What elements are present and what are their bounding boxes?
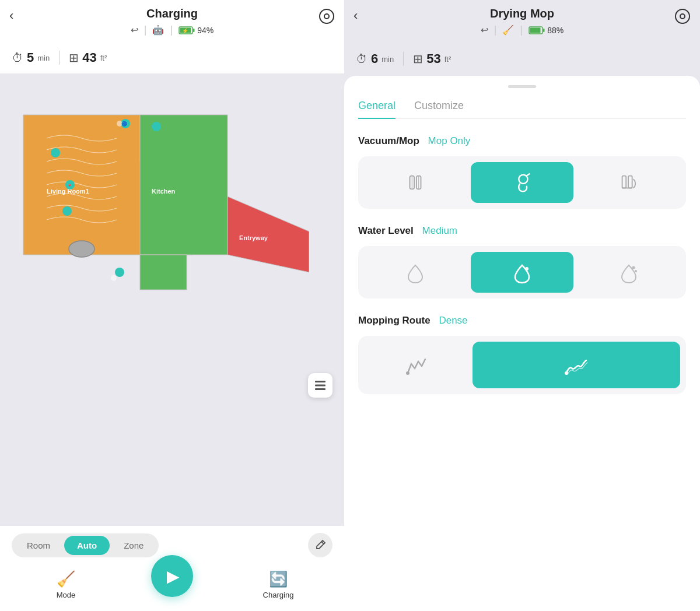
mode-selector: Room Auto Zone xyxy=(12,533,332,557)
nav-charging[interactable]: 🔄 Charging xyxy=(255,570,302,599)
svg-point-36 xyxy=(519,175,527,184)
right-battery: 88% xyxy=(528,26,564,35)
svg-point-13 xyxy=(69,241,94,257)
svg-text:Kitchen: Kitchen xyxy=(152,188,176,195)
vacuum-mop-label: Vacuum/Mop Mop Only xyxy=(358,135,686,147)
left-stats-row: ⏱ 5 min ⊞ 43 ft² xyxy=(0,42,344,74)
battery-icon-right xyxy=(528,26,545,34)
route-standard-icon xyxy=(403,352,429,378)
sheet-tabs: General Customize xyxy=(358,100,686,119)
left-header: ‹ Charging ↩ | 🤖 | ⚡ 94% xyxy=(0,0,344,42)
stats-divider-left xyxy=(59,51,60,65)
tab-general[interactable]: General xyxy=(358,100,396,119)
settings-icon-right xyxy=(674,8,691,24)
right-area-stat: ⊞ 53 ft² xyxy=(413,51,451,66)
mode-tabs: Room Auto Zone xyxy=(12,533,159,557)
right-time-value: 6 xyxy=(371,51,378,66)
svg-point-17 xyxy=(51,148,60,157)
left-map-area[interactable]: Living Room1 Kitchen Entryway 🔵 📍 xyxy=(0,74,344,526)
clock-icon-left: ⏱ xyxy=(12,51,23,65)
vacuum-mop-combo-icon xyxy=(618,171,640,194)
svg-rect-24 xyxy=(315,381,326,382)
right-back-button[interactable]: ‹ xyxy=(354,8,358,23)
nav-mode[interactable]: 🧹 Mode xyxy=(43,570,89,599)
left-time-unit: min xyxy=(37,54,50,62)
left-area-stat: ⊞ 43 ft² xyxy=(69,50,107,65)
water-medium-icon xyxy=(512,261,533,284)
right-time-stat: ⏱ 6 min xyxy=(356,51,394,66)
mop-only-btn[interactable] xyxy=(471,162,573,203)
svg-point-16 xyxy=(152,122,161,131)
floor-map: Living Room1 Kitchen Entryway 🔵 📍 xyxy=(12,92,309,336)
svg-point-46 xyxy=(565,371,568,375)
left-battery-label: 94% xyxy=(197,26,214,35)
tab-customize[interactable]: Customize xyxy=(414,100,464,119)
sep2: | xyxy=(170,24,173,36)
vacuum-mop-btn[interactable] xyxy=(578,162,680,203)
right-area-unit: ft² xyxy=(444,55,452,64)
sep4: | xyxy=(520,24,523,36)
svg-rect-26 xyxy=(315,388,326,390)
left-battery: ⚡ 94% xyxy=(178,26,214,35)
return-icon-right: ↩ xyxy=(481,24,488,36)
svg-rect-9 xyxy=(140,255,187,290)
water-level-label: Water Level Medium xyxy=(358,225,686,237)
return-icon: ↩ xyxy=(131,24,138,36)
play-icon: ▶ xyxy=(167,567,180,586)
vacuum-mop-value: Mop Only xyxy=(428,135,471,146)
left-bottom-controls: Room Auto Zone 🧹 Mode ▶ 🔄 Char xyxy=(0,526,344,611)
water-level-options xyxy=(358,246,686,299)
left-settings-button[interactable] xyxy=(318,8,335,28)
svg-point-31 xyxy=(676,9,690,23)
right-area-value: 53 xyxy=(426,51,440,66)
mop-status-icon: 🧹 xyxy=(502,24,514,36)
left-area-unit: ft² xyxy=(100,54,107,62)
water-low-icon xyxy=(405,261,426,284)
left-title: Charging xyxy=(146,7,198,20)
svg-point-19 xyxy=(62,206,72,216)
vacuum-only-btn[interactable] xyxy=(364,162,466,203)
mopping-route-label: Mopping Route Dense xyxy=(358,315,686,326)
mopping-route-options xyxy=(358,336,686,394)
play-button[interactable]: ▶ xyxy=(151,555,193,597)
area-icon-left: ⊞ xyxy=(69,51,79,65)
water-low-btn[interactable] xyxy=(364,252,466,293)
svg-rect-25 xyxy=(315,385,326,387)
svg-text:⚡: ⚡ xyxy=(182,27,189,34)
left-panel: ‹ Charging ↩ | 🤖 | ⚡ 94% xyxy=(0,0,344,611)
settings-icon-left xyxy=(318,8,335,24)
svg-point-20 xyxy=(115,268,124,277)
svg-line-37 xyxy=(527,174,530,176)
svg-rect-39 xyxy=(628,176,632,188)
svg-point-45 xyxy=(406,371,410,375)
right-status-row: ↩ | 🧹 | 88% xyxy=(481,24,564,36)
water-medium-btn[interactable] xyxy=(471,252,573,293)
svg-rect-29 xyxy=(543,29,545,32)
area-icon-right: ⊞ xyxy=(413,52,423,66)
route-dense-btn[interactable] xyxy=(473,342,680,388)
right-title: Drying Mop xyxy=(490,7,554,20)
route-standard-btn[interactable] xyxy=(364,342,468,388)
clock-icon-right: ⏱ xyxy=(356,52,368,66)
left-area-value: 43 xyxy=(82,50,96,65)
left-bottom-nav: 🧹 Mode ▶ 🔄 Charging xyxy=(12,564,332,611)
mop-icon xyxy=(511,171,533,194)
svg-text:🔵: 🔵 xyxy=(121,121,127,127)
water-high-btn[interactable] xyxy=(578,252,680,293)
right-bottom-sheet: General Customize Vacuum/Mop Mop Only xyxy=(344,76,700,611)
svg-point-4 xyxy=(324,14,329,19)
water-high-icon xyxy=(618,261,639,284)
svg-rect-2 xyxy=(193,29,195,32)
mode-tab-room[interactable]: Room xyxy=(14,536,63,555)
left-back-button[interactable]: ‹ xyxy=(9,8,13,23)
sep1: | xyxy=(144,24,147,36)
map-list-button[interactable] xyxy=(308,373,332,398)
edit-button[interactable] xyxy=(308,533,332,557)
right-settings-button[interactable] xyxy=(674,8,691,28)
svg-point-44 xyxy=(635,270,637,272)
svg-point-21 xyxy=(111,275,117,281)
left-time-value: 5 xyxy=(27,50,34,65)
mode-tab-auto[interactable]: Auto xyxy=(64,536,110,555)
right-stats-row: ⏱ 6 min ⊞ 53 ft² xyxy=(344,45,700,76)
mode-tab-zone[interactable]: Zone xyxy=(111,536,156,555)
